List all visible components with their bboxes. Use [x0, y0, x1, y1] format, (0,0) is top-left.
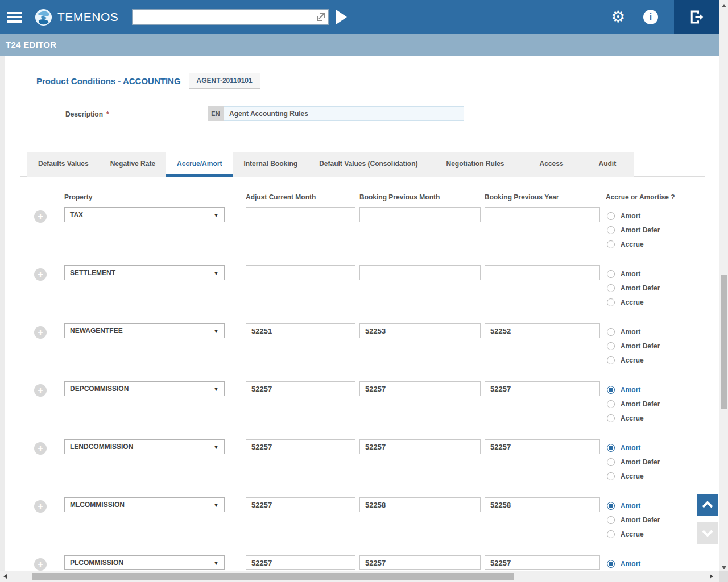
add-row-icon[interactable]: + [34, 384, 47, 397]
chevron-down-icon: ▼ [213, 270, 219, 276]
table-row: + MLCOMMISSION ▼ AmortAmort DeferAccrue [5, 495, 719, 553]
booking-previous-year-input[interactable] [485, 381, 600, 396]
radio-amort[interactable]: Amort [607, 209, 660, 223]
property-select[interactable]: DEPCOMMISSION ▼ [64, 381, 225, 396]
radio-circle-icon [607, 444, 615, 452]
sign-out-icon [688, 9, 705, 26]
radio-amort[interactable]: Amort [607, 556, 660, 571]
brand-name: TEMENOS [57, 10, 118, 24]
info-icon[interactable]: i [643, 10, 658, 24]
adjust-current-month-input[interactable] [246, 439, 355, 454]
booking-previous-year-input[interactable] [485, 497, 600, 512]
adjust-current-month-input[interactable] [246, 207, 355, 222]
scrollbar-right-arrow-icon[interactable] [710, 574, 713, 579]
booking-previous-year-input[interactable] [485, 265, 600, 280]
vertical-scrollbar[interactable] [719, 0, 728, 582]
booking-previous-month-input[interactable] [359, 497, 481, 512]
scroll-to-top-button[interactable] [697, 494, 718, 516]
radio-label: Accrue [621, 414, 644, 422]
adjust-current-month-input[interactable] [246, 497, 355, 512]
adjust-current-month-input[interactable] [246, 555, 355, 570]
app-title: T24 EDITOR [6, 40, 56, 49]
booking-previous-month-input[interactable] [359, 381, 481, 396]
radio-amort[interactable]: Amort [607, 267, 660, 281]
radio-circle-icon [607, 240, 615, 248]
radio-accrue[interactable]: Accrue [607, 411, 660, 425]
radio-accrue[interactable]: Accrue [607, 237, 660, 251]
radio-amort[interactable]: Amort [607, 383, 660, 397]
adjust-current-month-input[interactable] [246, 323, 355, 338]
radio-accrue[interactable]: Accrue [607, 353, 660, 367]
tab-access[interactable]: Access [522, 152, 581, 177]
table-row: + NEWAGENTFEE ▼ AmortAmort DeferAccrue [5, 321, 719, 379]
tab-accrue-amort[interactable]: Accrue/Amort [166, 152, 233, 177]
radio-amort[interactable]: Amort [607, 440, 660, 455]
table-row: + TAX ▼ AmortAmort DeferAccrue [5, 205, 719, 263]
radio-amort[interactable]: Amort [607, 325, 660, 339]
radio-amort-defer[interactable]: Amort Defer [607, 513, 660, 527]
tab-audit[interactable]: Audit [581, 152, 634, 177]
tab-negotiation-rules[interactable]: Negotiation Rules [428, 152, 522, 177]
description-label: Description* [65, 110, 109, 118]
header-accrue-or-amortise: Accrue or Amortise ? [606, 193, 675, 201]
vertical-scrollbar-thumb[interactable] [721, 275, 727, 409]
horizontal-scrollbar-thumb[interactable] [32, 573, 514, 580]
radio-accrue[interactable]: Accrue [607, 295, 660, 309]
description-input[interactable] [224, 106, 464, 121]
scrollbar-corner [719, 571, 728, 582]
booking-previous-year-input[interactable] [485, 323, 600, 338]
booking-previous-year-input[interactable] [485, 439, 600, 454]
run-command-icon[interactable] [336, 10, 347, 24]
booking-previous-month-input[interactable] [359, 207, 481, 222]
tab-internal-booking[interactable]: Internal Booking [233, 152, 308, 177]
settings-gear-icon[interactable]: ⚙ [611, 9, 625, 25]
scrollbar-up-arrow-icon[interactable] [722, 4, 726, 7]
chevron-down-icon: ▼ [213, 328, 219, 334]
radio-circle-icon [607, 530, 615, 538]
booking-previous-year-input[interactable] [485, 207, 600, 222]
property-select[interactable]: MLCOMMISSION ▼ [64, 497, 225, 512]
property-select[interactable]: TAX ▼ [64, 207, 225, 222]
add-row-icon[interactable]: + [34, 326, 47, 339]
booking-previous-year-input[interactable] [485, 555, 600, 570]
booking-previous-month-input[interactable] [359, 439, 481, 454]
radio-accrue[interactable]: Accrue [607, 469, 660, 483]
scroll-to-bottom-button[interactable] [697, 522, 718, 544]
tab-defaults-values[interactable]: Defaults Values [27, 152, 100, 177]
radio-label: Amort Defer [621, 226, 660, 234]
property-select[interactable]: PLCOMMISSION ▼ [64, 555, 225, 570]
radio-amort-defer[interactable]: Amort Defer [607, 223, 660, 237]
add-row-icon[interactable]: + [34, 442, 47, 455]
radio-amort-defer[interactable]: Amort Defer [607, 339, 660, 353]
add-row-icon[interactable]: + [34, 558, 47, 571]
search-input[interactable] [132, 9, 329, 25]
radio-accrue[interactable]: Accrue [607, 527, 660, 541]
chevron-down-icon: ▼ [213, 502, 219, 508]
required-asterisk: * [106, 110, 109, 118]
adjust-current-month-input[interactable] [246, 265, 355, 280]
tab-default-values-consolidation[interactable]: Default Values (Consolidation) [308, 152, 428, 177]
add-row-icon[interactable]: + [34, 500, 47, 513]
property-select[interactable]: SETTLEMENT ▼ [64, 265, 225, 280]
property-select-value: NEWAGENTFEE [70, 327, 123, 335]
radio-amort[interactable]: Amort [607, 498, 660, 513]
scrollbar-left-arrow-icon[interactable] [3, 574, 7, 579]
property-select[interactable]: NEWAGENTFEE ▼ [64, 323, 225, 338]
add-row-icon[interactable]: + [34, 268, 47, 281]
tab-negative-rate[interactable]: Negative Rate [100, 152, 166, 177]
booking-previous-month-input[interactable] [359, 323, 481, 338]
booking-previous-month-input[interactable] [359, 555, 481, 570]
sign-out-button[interactable] [674, 0, 719, 34]
horizontal-scrollbar[interactable] [0, 571, 719, 582]
property-select[interactable]: LENDCOMMISSION ▼ [64, 439, 225, 454]
booking-previous-month-input[interactable] [359, 265, 481, 280]
add-row-icon[interactable]: + [34, 210, 47, 223]
launch-enquiry-icon[interactable] [316, 12, 326, 22]
adjust-current-month-input[interactable] [246, 381, 355, 396]
radio-amort-defer[interactable]: Amort Defer [607, 397, 660, 411]
chevron-down-icon: ▼ [213, 386, 219, 392]
menu-icon[interactable] [7, 12, 22, 23]
scrollbar-down-arrow-icon[interactable] [722, 566, 726, 569]
radio-amort-defer[interactable]: Amort Defer [607, 455, 660, 469]
radio-amort-defer[interactable]: Amort Defer [607, 281, 660, 295]
